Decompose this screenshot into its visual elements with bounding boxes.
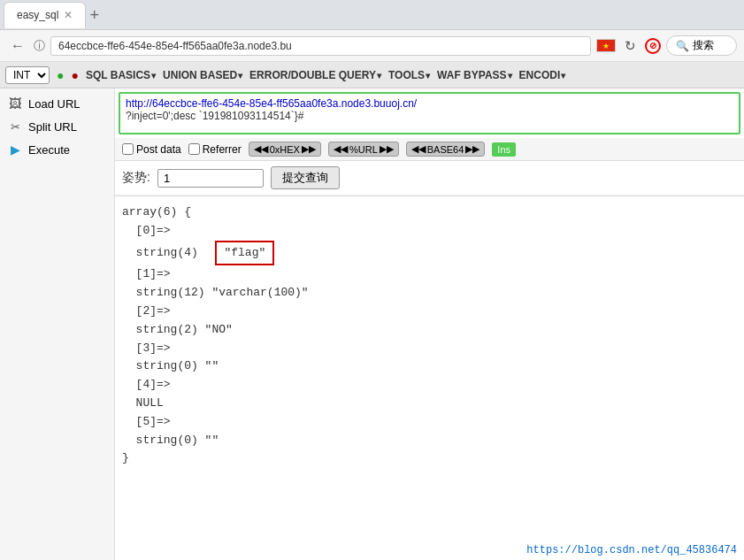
output-area: array(6) { [0]=> string(4) "flag" [1]=> …: [115, 196, 744, 560]
output-line-3: [1]=>: [122, 265, 737, 284]
error-double-query-menu[interactable]: ERROR/DOUBLE QUERY: [249, 69, 381, 81]
url-left-arrow-icon: ◀◀: [334, 143, 348, 155]
flag-highlight: "flag": [215, 241, 274, 266]
output-line-13: }: [122, 449, 737, 468]
referrer-check[interactable]: [188, 143, 200, 155]
execute-icon: ▶: [7, 142, 23, 157]
url-encode-button[interactable]: ◀◀ %URL ▶▶: [328, 142, 399, 157]
execute-item[interactable]: ▶ Execute: [0, 138, 114, 161]
output-line-10: NULL: [122, 395, 737, 413]
sql-basics-menu[interactable]: SQL BASICS: [86, 69, 156, 81]
output-line-5: [2]=>: [122, 303, 737, 321]
load-url-icon: 🖼: [7, 96, 23, 111]
url-area[interactable]: http://64eccbce-ffe6-454e-85e4-ff565aa0f…: [119, 92, 740, 134]
stop-icon: ⊘: [645, 38, 661, 54]
address-input[interactable]: [50, 36, 591, 56]
execute-label: Execute: [28, 143, 70, 157]
options-bar: Post data Referrer ◀◀ 0xHEX ▶▶ ◀◀ %URL ▶…: [115, 138, 744, 161]
pose-row: 姿势: 提交查询: [115, 161, 744, 196]
red-dot: ●: [71, 68, 78, 82]
tab-title: easy_sql: [17, 9, 58, 21]
tab-close-icon[interactable]: ✕: [64, 9, 73, 21]
search-placeholder: 搜索: [693, 38, 714, 53]
split-url-item[interactable]: ✂ Split URL: [0, 115, 114, 138]
active-tab[interactable]: easy_sql ✕: [4, 2, 86, 28]
base64-left-arrow-icon: ◀◀: [411, 143, 426, 155]
main-area: 🖼 Load URL ✂ Split URL ▶ Execute http://…: [0, 88, 744, 560]
post-data-checkbox[interactable]: Post data: [122, 143, 181, 156]
url-line2: ?inject=0';desc `191981093114514`}#: [126, 110, 733, 122]
encoding-menu[interactable]: ENCODI: [519, 69, 566, 81]
info-icon: ⓘ: [34, 38, 45, 54]
reload-button[interactable]: ↻: [621, 36, 640, 56]
ins-button[interactable]: Ins: [492, 142, 516, 157]
hex-left-arrow-icon: ◀◀: [254, 143, 268, 155]
submit-button[interactable]: 提交查询: [271, 166, 340, 189]
base64-right-arrow-icon: ▶▶: [465, 143, 479, 155]
tab-bar: easy_sql ✕ +: [0, 0, 744, 30]
footer-link[interactable]: https://blog.csdn.net/qq_45836474: [526, 544, 737, 556]
green-dot-1: ●: [57, 68, 64, 82]
pose-input[interactable]: [157, 169, 264, 188]
search-box[interactable]: 🔍 搜索: [666, 35, 737, 56]
waf-bypass-menu[interactable]: WAF BYPASS: [437, 69, 511, 81]
load-url-label: Load URL: [28, 97, 81, 111]
content-area: http://64eccbce-ffe6-454e-85e4-ff565aa0f…: [115, 88, 744, 560]
load-url-item[interactable]: 🖼 Load URL: [0, 92, 114, 115]
referrer-checkbox[interactable]: Referrer: [188, 143, 242, 156]
search-icon: 🔍: [676, 40, 689, 52]
output-line-7: [3]=>: [122, 340, 737, 358]
output-line-4: string(12) "varchar(100)": [122, 284, 737, 303]
output-line-12: string(0) "": [122, 432, 737, 450]
url-right-arrow-icon: ▶▶: [380, 143, 394, 155]
post-data-check[interactable]: [122, 143, 134, 155]
cn-flag: ★: [596, 39, 616, 52]
back-button[interactable]: ←: [7, 36, 28, 56]
url-line1: http://64eccbce-ffe6-454e-85e4-ff565aa0f…: [126, 97, 733, 110]
output-line-0: array(6) {: [122, 203, 737, 222]
left-panel: 🖼 Load URL ✂ Split URL ▶ Execute: [0, 88, 115, 560]
output-line-2: string(4) "flag": [122, 241, 737, 266]
base64-encode-button[interactable]: ◀◀ BASE64 ▶▶: [406, 142, 486, 157]
split-url-label: Split URL: [28, 120, 77, 134]
pose-label: 姿势:: [122, 170, 150, 186]
output-line-9: [4]=>: [122, 376, 737, 395]
split-url-icon: ✂: [7, 119, 23, 134]
address-bar: ← ⓘ ★ ↻ ⊘ 🔍 搜索: [0, 30, 744, 62]
int-select[interactable]: INT: [5, 66, 50, 84]
toolbar: INT ● ● SQL BASICS UNION BASED ERROR/DOU…: [0, 62, 744, 88]
output-line-8: string(0) "": [122, 357, 737, 376]
output-line-6: string(2) "NO": [122, 321, 737, 340]
output-line-11: [5]=>: [122, 413, 737, 432]
tools-menu[interactable]: TOOLS: [388, 69, 430, 81]
hex-right-arrow-icon: ▶▶: [302, 143, 316, 155]
hex-encode-button[interactable]: ◀◀ 0xHEX ▶▶: [249, 142, 321, 157]
new-tab-button[interactable]: +: [89, 7, 99, 23]
union-based-menu[interactable]: UNION BASED: [163, 69, 242, 81]
output-line-1: [0]=>: [122, 222, 737, 241]
